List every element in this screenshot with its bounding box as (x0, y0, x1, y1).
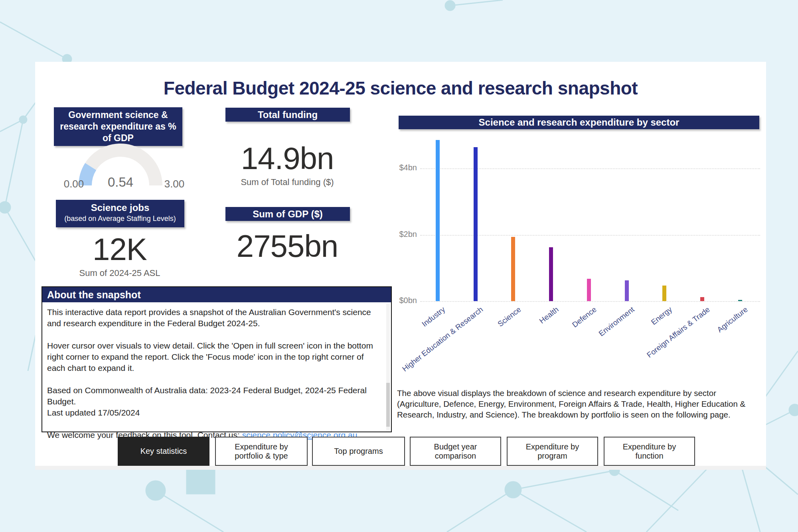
bar-health[interactable] (549, 247, 553, 301)
x-axis-label-agriculture: Agriculture (715, 305, 749, 334)
x-axis-label-science: Science (496, 305, 523, 329)
bar-energy[interactable] (662, 286, 666, 301)
nav-button-expenditure-by-program[interactable]: Expenditure by program (507, 437, 598, 466)
science-jobs-header-subtitle: (based on Average Staffing Levels) (56, 214, 184, 223)
bar-industry[interactable] (436, 140, 440, 301)
x-axis-label-energy: Energy (650, 305, 674, 327)
science-jobs-header: Science jobs (based on Average Staffing … (56, 200, 184, 227)
x-axis-label-higher-education-research: Higher Education & Research (401, 305, 485, 373)
x-axis-label-industry: Industry (421, 305, 447, 329)
x-axis-label-health: Health (538, 305, 561, 325)
about-paragraph-1: This interactive data report provides a … (47, 307, 381, 329)
y-axis-tick-$4bn: $4bn (397, 163, 417, 172)
y-axis-tick-$2bn: $2bn (397, 230, 417, 239)
about-paragraph-2: Hover cursor over visuals to view detail… (47, 340, 381, 374)
about-header: About the snapshot (42, 287, 391, 302)
sector-chart-title: Science and research expenditure by sect… (399, 116, 759, 129)
science-jobs-header-title: Science jobs (56, 202, 184, 214)
nav-button-expenditure-portfolio-type[interactable]: Expenditure by portfolio & type (215, 437, 308, 466)
x-axis-label-defence: Defence (571, 305, 598, 329)
gdp-value: 2755bn (215, 228, 359, 264)
sector-bar-chart: $0bn$2bn$4bnIndustryHigher Education & R… (397, 134, 762, 373)
gridline-$2bn (420, 235, 760, 236)
bar-higher-education-research[interactable] (474, 147, 478, 301)
gdp-header: Sum of GDP ($) (225, 207, 350, 221)
science-jobs-value: 12K (48, 231, 192, 268)
about-data-source: Based on Commonwealth of Australia data:… (47, 386, 367, 406)
nav-button-budget-year-comparison[interactable]: Budget year comparison (410, 437, 501, 466)
x-axis-label-environment: Environment (597, 305, 636, 338)
gridline-$4bn (420, 168, 760, 169)
nav-button-top-programs[interactable]: Top programs (312, 437, 405, 466)
bar-environment[interactable] (625, 280, 629, 301)
gauge-min-label: 0.00 (56, 178, 92, 190)
about-snapshot-box: About the snapshot This interactive data… (41, 286, 392, 432)
about-scrollbar-thumb[interactable] (386, 383, 390, 427)
science-jobs-sublabel: Sum of 2024-25 ASL (48, 268, 192, 278)
about-last-updated: Last updated 17/05/2024 (47, 408, 140, 417)
total-funding-value: 14.9bn (215, 140, 359, 177)
gauge-max-label: 3.00 (156, 178, 192, 190)
nav-button-key-statistics[interactable]: Key statistics (118, 437, 209, 466)
y-axis-tick-$0bn: $0bn (397, 296, 417, 305)
total-funding-header: Total funding (225, 108, 350, 122)
sector-chart-caption: The above visual displays the breakdown … (397, 388, 758, 420)
bar-defence[interactable] (587, 279, 591, 301)
bar-foreign-affairs-trade[interactable] (700, 297, 704, 301)
gauge-value: 0.54 (100, 175, 141, 190)
x-axis-label-foreign-affairs-trade: Foreign Affairs & Trade (645, 305, 711, 360)
bar-agriculture[interactable] (738, 300, 742, 301)
dashboard-canvas: Federal Budget 2024-25 science and resea… (0, 0, 798, 532)
gridline-$0bn (420, 301, 760, 302)
about-body-text: This interactive data report provides a … (42, 302, 391, 444)
page-footer-strip (35, 466, 766, 470)
page-title: Federal Budget 2024-25 science and resea… (115, 77, 686, 99)
about-paragraph-3: Based on Commonwealth of Australia data:… (47, 385, 381, 418)
nav-button-expenditure-by-function[interactable]: Expenditure by function (604, 437, 695, 466)
total-funding-sublabel: Sum of Total funding ($) (215, 177, 359, 187)
bar-science[interactable] (511, 237, 515, 301)
